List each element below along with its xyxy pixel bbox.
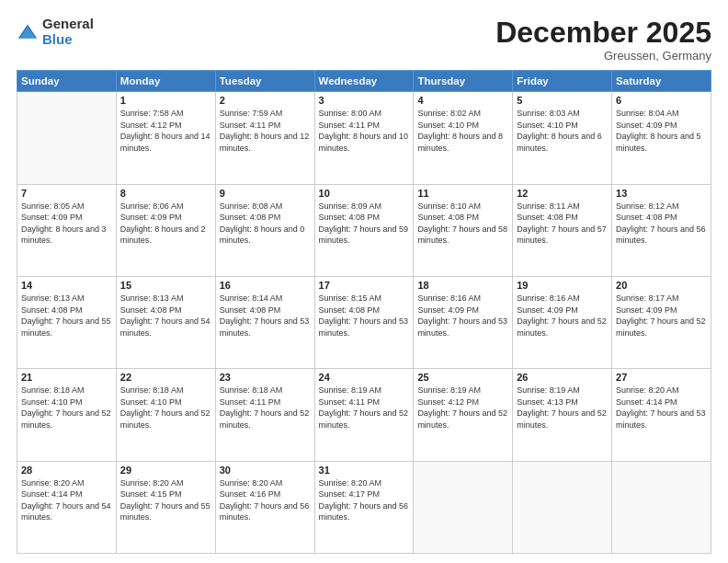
- calendar-cell: 19Sunrise: 8:16 AMSunset: 4:09 PMDayligh…: [513, 276, 612, 368]
- logo: General Blue: [17, 17, 94, 47]
- cell-info: Sunrise: 8:18 AMSunset: 4:10 PMDaylight:…: [21, 385, 112, 431]
- cell-info: Sunrise: 8:16 AMSunset: 4:09 PMDaylight:…: [517, 293, 608, 339]
- cell-info: Sunrise: 8:18 AMSunset: 4:11 PMDaylight:…: [220, 385, 311, 431]
- calendar-cell: 23Sunrise: 8:18 AMSunset: 4:11 PMDayligh…: [215, 369, 314, 461]
- day-number: 16: [220, 280, 311, 291]
- calendar-cell: 11Sunrise: 8:10 AMSunset: 4:08 PMDayligh…: [414, 184, 513, 276]
- day-number: 28: [21, 465, 112, 476]
- calendar-cell: 27Sunrise: 8:20 AMSunset: 4:14 PMDayligh…: [612, 369, 711, 461]
- cell-info: Sunrise: 8:14 AMSunset: 4:08 PMDaylight:…: [220, 293, 311, 339]
- weekday-header: Monday: [116, 71, 215, 92]
- day-number: 29: [120, 465, 211, 476]
- calendar-cell: 13Sunrise: 8:12 AMSunset: 4:08 PMDayligh…: [612, 184, 711, 276]
- logo-blue: Blue: [42, 32, 94, 48]
- day-number: 1: [120, 95, 211, 106]
- weekday-header: Wednesday: [314, 71, 414, 92]
- calendar-week-row: 14Sunrise: 8:13 AMSunset: 4:08 PMDayligh…: [17, 276, 711, 368]
- calendar-cell: 14Sunrise: 8:13 AMSunset: 4:08 PMDayligh…: [17, 276, 117, 368]
- day-number: 6: [616, 95, 707, 106]
- logo-icon: [17, 21, 39, 43]
- calendar-cell: [414, 461, 513, 553]
- day-number: 4: [417, 95, 508, 106]
- calendar-week-row: 1Sunrise: 7:58 AMSunset: 4:12 PMDaylight…: [17, 92, 711, 184]
- day-number: 21: [21, 372, 112, 383]
- cell-info: Sunrise: 8:15 AMSunset: 4:08 PMDaylight:…: [319, 293, 410, 339]
- calendar-cell: 26Sunrise: 8:19 AMSunset: 4:13 PMDayligh…: [513, 369, 612, 461]
- day-number: 31: [319, 465, 410, 476]
- day-number: 23: [220, 372, 311, 383]
- calendar-cell: 4Sunrise: 8:02 AMSunset: 4:10 PMDaylight…: [414, 92, 513, 184]
- cell-info: Sunrise: 8:08 AMSunset: 4:08 PMDaylight:…: [220, 201, 311, 247]
- day-number: 5: [517, 95, 608, 106]
- weekday-header: Tuesday: [215, 71, 314, 92]
- month-title: December 2025: [495, 17, 711, 49]
- cell-info: Sunrise: 8:18 AMSunset: 4:10 PMDaylight:…: [120, 385, 211, 431]
- cell-info: Sunrise: 8:13 AMSunset: 4:08 PMDaylight:…: [21, 293, 112, 339]
- day-number: 15: [120, 280, 211, 291]
- cell-info: Sunrise: 8:19 AMSunset: 4:12 PMDaylight:…: [417, 385, 508, 431]
- day-number: 25: [417, 372, 508, 383]
- calendar-cell: 8Sunrise: 8:06 AMSunset: 4:09 PMDaylight…: [116, 184, 215, 276]
- day-number: 26: [517, 372, 608, 383]
- calendar-cell: 29Sunrise: 8:20 AMSunset: 4:15 PMDayligh…: [116, 461, 215, 553]
- day-number: 27: [616, 372, 707, 383]
- calendar-cell: 18Sunrise: 8:16 AMSunset: 4:09 PMDayligh…: [414, 276, 513, 368]
- calendar-cell: 20Sunrise: 8:17 AMSunset: 4:09 PMDayligh…: [612, 276, 711, 368]
- calendar-table: SundayMondayTuesdayWednesdayThursdayFrid…: [17, 70, 711, 554]
- day-number: 18: [417, 280, 508, 291]
- day-number: 13: [616, 188, 707, 199]
- calendar-week-row: 28Sunrise: 8:20 AMSunset: 4:14 PMDayligh…: [17, 461, 711, 553]
- calendar-cell: 7Sunrise: 8:05 AMSunset: 4:09 PMDaylight…: [17, 184, 117, 276]
- day-number: 7: [21, 188, 112, 199]
- calendar-cell: [513, 461, 612, 553]
- calendar-cell: 21Sunrise: 8:18 AMSunset: 4:10 PMDayligh…: [17, 369, 117, 461]
- calendar-cell: 6Sunrise: 8:04 AMSunset: 4:09 PMDaylight…: [612, 92, 711, 184]
- cell-info: Sunrise: 8:04 AMSunset: 4:09 PMDaylight:…: [616, 108, 707, 154]
- cell-info: Sunrise: 8:20 AMSunset: 4:14 PMDaylight:…: [21, 477, 112, 523]
- day-number: 10: [319, 188, 410, 199]
- calendar-cell: 25Sunrise: 8:19 AMSunset: 4:12 PMDayligh…: [414, 369, 513, 461]
- day-number: 8: [120, 188, 211, 199]
- day-number: 19: [517, 280, 608, 291]
- day-number: 14: [21, 280, 112, 291]
- calendar-cell: [17, 92, 117, 184]
- calendar-cell: 16Sunrise: 8:14 AMSunset: 4:08 PMDayligh…: [215, 276, 314, 368]
- logo-general: General: [42, 17, 94, 32]
- logo-text: General Blue: [42, 17, 94, 47]
- calendar-week-row: 7Sunrise: 8:05 AMSunset: 4:09 PMDaylight…: [17, 184, 711, 276]
- cell-info: Sunrise: 8:10 AMSunset: 4:08 PMDaylight:…: [417, 201, 508, 247]
- cell-info: Sunrise: 8:17 AMSunset: 4:09 PMDaylight:…: [616, 293, 707, 339]
- cell-info: Sunrise: 8:13 AMSunset: 4:08 PMDaylight:…: [120, 293, 211, 339]
- calendar-cell: 28Sunrise: 8:20 AMSunset: 4:14 PMDayligh…: [17, 461, 117, 553]
- day-number: 11: [417, 188, 508, 199]
- weekday-header: Friday: [513, 71, 612, 92]
- cell-info: Sunrise: 8:20 AMSunset: 4:14 PMDaylight:…: [616, 385, 707, 431]
- day-number: 2: [220, 95, 311, 106]
- cell-info: Sunrise: 8:02 AMSunset: 4:10 PMDaylight:…: [417, 108, 508, 154]
- day-number: 3: [319, 95, 410, 106]
- cell-info: Sunrise: 7:58 AMSunset: 4:12 PMDaylight:…: [120, 108, 211, 154]
- calendar-cell: 10Sunrise: 8:09 AMSunset: 4:08 PMDayligh…: [314, 184, 414, 276]
- title-block: December 2025 Greussen, Germany: [495, 17, 711, 63]
- cell-info: Sunrise: 8:03 AMSunset: 4:10 PMDaylight:…: [517, 108, 608, 154]
- calendar-week-row: 21Sunrise: 8:18 AMSunset: 4:10 PMDayligh…: [17, 369, 711, 461]
- weekday-header-row: SundayMondayTuesdayWednesdayThursdayFrid…: [17, 71, 711, 92]
- calendar-cell: 3Sunrise: 8:00 AMSunset: 4:11 PMDaylight…: [314, 92, 414, 184]
- cell-info: Sunrise: 8:19 AMSunset: 4:11 PMDaylight:…: [319, 385, 410, 431]
- cell-info: Sunrise: 7:59 AMSunset: 4:11 PMDaylight:…: [220, 108, 311, 154]
- day-number: 17: [319, 280, 410, 291]
- cell-info: Sunrise: 8:09 AMSunset: 4:08 PMDaylight:…: [319, 201, 410, 247]
- header: General Blue December 2025 Greussen, Ger…: [17, 17, 711, 63]
- day-number: 20: [616, 280, 707, 291]
- cell-info: Sunrise: 8:11 AMSunset: 4:08 PMDaylight:…: [517, 201, 608, 247]
- calendar-cell: 30Sunrise: 8:20 AMSunset: 4:16 PMDayligh…: [215, 461, 314, 553]
- calendar-cell: 24Sunrise: 8:19 AMSunset: 4:11 PMDayligh…: [314, 369, 414, 461]
- calendar-cell: 31Sunrise: 8:20 AMSunset: 4:17 PMDayligh…: [314, 461, 414, 553]
- cell-info: Sunrise: 8:20 AMSunset: 4:15 PMDaylight:…: [120, 477, 211, 523]
- day-number: 12: [517, 188, 608, 199]
- calendar-cell: 1Sunrise: 7:58 AMSunset: 4:12 PMDaylight…: [116, 92, 215, 184]
- cell-info: Sunrise: 8:05 AMSunset: 4:09 PMDaylight:…: [21, 201, 112, 247]
- cell-info: Sunrise: 8:12 AMSunset: 4:08 PMDaylight:…: [616, 201, 707, 247]
- cell-info: Sunrise: 8:19 AMSunset: 4:13 PMDaylight:…: [517, 385, 608, 431]
- calendar-cell: 17Sunrise: 8:15 AMSunset: 4:08 PMDayligh…: [314, 276, 414, 368]
